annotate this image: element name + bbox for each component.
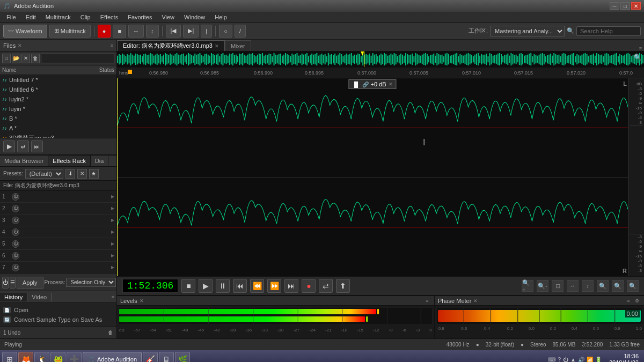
effect-expand-icon[interactable]: ▶	[111, 194, 114, 199]
tab-close-icon[interactable]: ✕	[215, 43, 219, 49]
files-delete-btn[interactable]: 🗑	[31, 54, 40, 63]
taskbar-app-guitar[interactable]: 🎸	[143, 352, 158, 362]
tool-btn1[interactable]: ↔	[128, 25, 144, 38]
list-item[interactable]: ♪♪ 3D魔禁三op.mp3	[0, 133, 116, 138]
play-transport-btn[interactable]: ▶	[199, 279, 213, 293]
gain-control-popup[interactable]: ▐▌ 🔗 +0 dB ✕	[348, 79, 396, 89]
phase-settings-icon[interactable]: ⚙	[633, 297, 641, 305]
effects-star-btn[interactable]: ★	[89, 169, 99, 179]
stop-transport-btn[interactable]: ■	[181, 279, 195, 293]
files-new-btn[interactable]: □	[2, 54, 11, 63]
effect-power-btn[interactable]: ⏻	[12, 228, 19, 236]
zoom-icon[interactable]: 🔍	[634, 54, 642, 61]
effect-expand-icon[interactable]: ▶	[111, 230, 114, 234]
pause-transport-btn[interactable]: ⏸	[216, 279, 230, 293]
search-input[interactable]	[576, 26, 641, 36]
effect-expand-icon[interactable]: ▶	[111, 265, 114, 270]
zoom-fit-btn[interactable]: ⊡	[552, 280, 564, 292]
start-button[interactable]: ⊞	[2, 352, 17, 362]
history-menu-icon[interactable]: ≡	[112, 294, 116, 300]
waveform-overview[interactable]: 🔍	[117, 51, 644, 68]
files-menu-icon[interactable]: ≡	[111, 43, 113, 48]
effect-expand-icon[interactable]: ▶	[111, 241, 114, 246]
effect-row[interactable]: 7 ⏻ ▶	[0, 262, 116, 274]
presets-select[interactable]: (Default)	[25, 169, 63, 179]
effect-expand-icon[interactable]: ▶	[111, 218, 114, 223]
list-item[interactable]: ♪♪ Untitled 6 *	[0, 85, 116, 94]
zoom-btn3[interactable]: 🔍	[597, 280, 609, 292]
go-end-btn[interactable]: ⏭	[284, 279, 298, 293]
zoom-in-btn[interactable]: 🔍+	[522, 280, 533, 292]
phase-close-icon[interactable]: ✕	[473, 298, 478, 304]
loop-btn[interactable]: ⇄	[17, 141, 29, 152]
list-item[interactable]: ♪♪ luyin *	[0, 104, 116, 114]
close-button[interactable]: ✕	[631, 2, 641, 10]
mixer-tab[interactable]: Mixer	[225, 40, 251, 51]
effect-row[interactable]: 5 ⏻ ▶	[0, 238, 116, 250]
effect-expand-icon[interactable]: ▶	[111, 206, 114, 211]
minimize-button[interactable]: ─	[610, 2, 619, 10]
files-open-btn[interactable]: 📂	[12, 54, 20, 63]
effect-power-btn[interactable]: ⏻	[12, 252, 19, 260]
taskbar-app-plus[interactable]: ➕	[67, 352, 82, 362]
apply-button[interactable]: Apply	[17, 277, 43, 289]
files-close-icon[interactable]: ✕	[18, 43, 22, 48]
fast-forward-btn[interactable]: ⏩	[267, 279, 281, 293]
timeline-ruler[interactable]: hms 0:56.980 0:56.985 0:56.990 0:56.995 …	[117, 68, 644, 78]
editor-tab-active[interactable]: Editor: 病名为爱双环绕ver3.0.mp3 ✕	[117, 40, 225, 51]
effect-power-btn[interactable]: ⏻	[12, 193, 19, 201]
menu-file[interactable]: File	[2, 13, 20, 21]
tool-btn2[interactable]: ↕	[146, 25, 159, 38]
play-btn[interactable]: ▶	[3, 141, 15, 152]
zoom-btn4[interactable]: 🔍	[612, 280, 624, 292]
taskbar-app-leaf[interactable]: 🌿	[175, 352, 190, 362]
menu-help[interactable]: Help	[210, 13, 231, 21]
stop-btn[interactable]: ■	[113, 25, 126, 38]
go-start-btn[interactable]: ⏮	[233, 279, 247, 293]
effect-row[interactable]: 4 ⏻ ▶	[0, 226, 116, 238]
waveform-display[interactable]: ▐▌ 🔗 +0 dB ✕	[117, 78, 644, 276]
menu-window[interactable]: Window	[180, 13, 209, 21]
tool-btn6[interactable]: ○	[219, 25, 232, 38]
effect-power-btn[interactable]: ⏻	[12, 217, 19, 224]
list-item[interactable]: ♪♪ Untitled 7 *	[0, 75, 116, 85]
maximize-button[interactable]: □	[620, 2, 630, 10]
levels-menu-icon[interactable]: ≡	[423, 297, 431, 305]
effect-expand-icon[interactable]: ▶	[111, 253, 114, 258]
zoom-v-btn[interactable]: ↕	[582, 280, 594, 292]
tool-btn5[interactable]: |	[201, 25, 212, 38]
waveform-btn[interactable]: 〰 Waveform	[3, 25, 47, 38]
gain-close-icon[interactable]: ✕	[389, 82, 393, 87]
tab-video[interactable]: Video	[27, 293, 52, 301]
menu-edit[interactable]: Edit	[21, 13, 40, 21]
trash-icon[interactable]: 🗑	[108, 330, 113, 336]
editor-panel-menu-icon[interactable]: ≡	[639, 46, 644, 51]
effect-row[interactable]: 3 ⏻ ▶	[0, 215, 116, 226]
list-item[interactable]: ♪♪ A *	[0, 123, 116, 133]
tray-speaker-icon[interactable]: 🔊	[578, 357, 584, 363]
menu-view[interactable]: View	[157, 13, 179, 21]
tab-effects-rack[interactable]: Effects Rack	[48, 156, 91, 166]
zoom-out-btn[interactable]: 🔍-	[537, 280, 548, 292]
export-btn[interactable]: ⬆	[336, 279, 350, 293]
tab-dia[interactable]: Dia	[91, 156, 109, 166]
files-close-btn[interactable]: ✕	[21, 54, 30, 63]
taskbar-audition[interactable]: 🎵 Adobe Audition	[83, 352, 142, 362]
history-item[interactable]: 📄 Open	[2, 305, 114, 315]
taskbar-app-frog[interactable]: 🐸	[50, 352, 65, 362]
tool-btn3[interactable]: |◀	[166, 25, 181, 38]
workspace-select[interactable]: Mastering and Analy...	[490, 26, 565, 36]
power-btn[interactable]: ⏻	[2, 277, 9, 289]
list-item[interactable]: ♪♪ B *	[0, 114, 116, 123]
effect-power-btn[interactable]: ⏻	[12, 264, 19, 271]
settings-btn[interactable]: ☰	[10, 277, 16, 289]
tray-arrow-icon[interactable]: ▲	[570, 357, 576, 363]
record-btn[interactable]: ●	[98, 25, 111, 38]
skip-btn[interactable]: ⏭	[31, 141, 43, 152]
zoom-h-btn[interactable]: ↔	[567, 280, 579, 292]
effect-power-btn[interactable]: ⏻	[12, 240, 19, 248]
files-search-input[interactable]	[41, 54, 114, 63]
multitrack-btn[interactable]: ⊞ Multitrack	[49, 25, 91, 38]
taskbar-app-penguin[interactable]: 🐧	[34, 352, 49, 362]
taskbar-app-screen[interactable]: 🖥	[159, 352, 174, 362]
